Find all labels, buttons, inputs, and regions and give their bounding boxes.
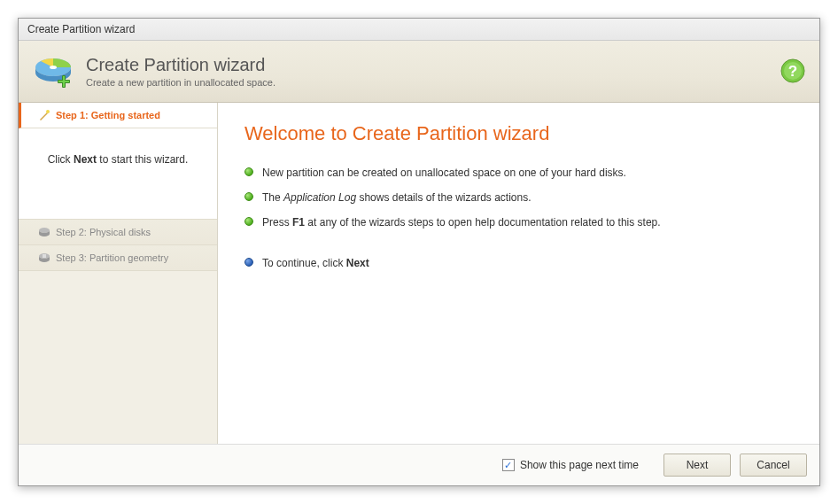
wizard-header: Create Partition wizard Create a new par… (19, 41, 819, 103)
header-subtitle: Create a new partition in unallocated sp… (86, 77, 275, 88)
bullet-item: Press F1 at any of the wizards steps to … (244, 214, 793, 230)
titlebar: Create Partition wizard (19, 19, 819, 41)
bullet-green-icon (244, 192, 253, 201)
bullet-green-icon (244, 217, 253, 226)
wizard-window: Create Partition wizard (18, 18, 820, 486)
step-label: Step 2: Physical disks (56, 227, 151, 237)
continue-text: To continue, click Next (262, 255, 369, 271)
bullet-green-icon (244, 167, 253, 176)
step-3-partition-geometry[interactable]: Step 3: Partition geometry (19, 245, 217, 271)
checkbox-label: Show this page next time (520, 459, 639, 471)
svg-point-10 (39, 228, 50, 233)
geometry-icon (38, 252, 50, 264)
partition-icon (33, 51, 74, 92)
bullet-item: New partition can be created on unalloca… (244, 165, 793, 181)
disk-icon (38, 226, 50, 238)
bullet-item: The Application Log shows details of the… (244, 190, 793, 205)
bullet-blue-icon (244, 258, 253, 267)
checkbox-icon: ✓ (502, 459, 515, 471)
step-label: Step 3: Partition geometry (56, 252, 168, 263)
window-title: Create Partition wizard (27, 23, 135, 35)
sidebar-hint: Click Next to start this wizard. (19, 128, 217, 220)
step-1-getting-started[interactable]: Step 1: Getting started (19, 103, 217, 128)
header-title: Create Partition wizard (86, 55, 275, 75)
step-label: Step 1: Getting started (56, 110, 160, 120)
step-2-physical-disks[interactable]: Step 2: Physical disks (19, 220, 217, 245)
svg-rect-12 (43, 254, 46, 258)
cancel-button[interactable]: Cancel (740, 454, 807, 477)
bullet-text: The Application Log shows details of the… (262, 190, 532, 205)
wand-icon (38, 109, 50, 121)
svg-point-9 (46, 110, 50, 113)
bullet-text: Press F1 at any of the wizards steps to … (262, 214, 661, 230)
bullet-text: New partition can be created on unalloca… (262, 165, 626, 181)
next-button[interactable]: Next (663, 454, 731, 477)
main-panel: Welcome to Create Partition wizard New p… (218, 103, 819, 444)
main-title: Welcome to Create Partition wizard (244, 122, 793, 145)
help-icon[interactable]: ? (780, 58, 805, 83)
sidebar: Step 1: Getting started Click Next to st… (19, 103, 218, 444)
svg-text:?: ? (788, 63, 797, 80)
svg-rect-5 (63, 76, 65, 87)
show-next-time-checkbox[interactable]: ✓ Show this page next time (502, 459, 639, 471)
svg-point-1 (50, 66, 57, 69)
continue-line: To continue, click Next (244, 255, 793, 271)
wizard-body: Step 1: Getting started Click Next to st… (19, 103, 819, 444)
footer: ✓ Show this page next time Next Cancel (19, 444, 819, 485)
